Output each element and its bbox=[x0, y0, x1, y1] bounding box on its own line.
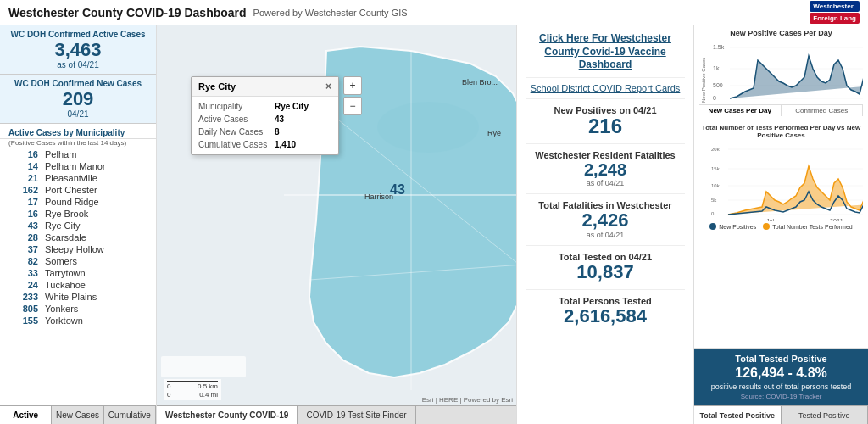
resident-fatalities-date: as of 04/21 bbox=[526, 179, 685, 187]
municipality-name: Pelham bbox=[45, 149, 76, 159]
list-item[interactable]: 28Scarsdale bbox=[0, 232, 156, 243]
tab-cumulative[interactable]: Cumulative bbox=[104, 406, 156, 424]
list-item[interactable]: 43Rye City bbox=[0, 220, 156, 232]
municipality-count: 33 bbox=[8, 268, 38, 278]
popup-key: Municipality bbox=[198, 102, 275, 111]
svg-text:0: 0 bbox=[713, 95, 716, 101]
municipality-list: Active Cases by Municipality (Positive C… bbox=[0, 124, 156, 405]
total-fatalities-stat: Total Fatalities in Westchester 2,426 as… bbox=[526, 198, 685, 242]
total-tested-tabs: Total Tested Positive Tested Positive bbox=[694, 405, 868, 424]
list-item[interactable]: 14Pelham Manor bbox=[0, 160, 156, 172]
map-attribution: Esri | HERE | Powered by Esri bbox=[422, 396, 513, 404]
total-tested-positive-value: 126,494 - 4.8% bbox=[703, 365, 860, 381]
chart1-tabs: New Cases Per Day Confirmed Cases bbox=[699, 104, 863, 116]
popup-key: Cumulative Cases bbox=[198, 140, 275, 149]
list-item[interactable]: 16Pelham bbox=[0, 148, 156, 160]
zoom-in-button[interactable]: + bbox=[343, 76, 362, 95]
school-report-link[interactable]: School District COVID Report Cards bbox=[526, 81, 685, 95]
total-fatalities-value: 2,426 bbox=[526, 210, 685, 231]
list-item[interactable]: 16Rye Brook bbox=[0, 208, 156, 220]
svg-text:20k: 20k bbox=[711, 147, 721, 152]
divider-5 bbox=[526, 245, 685, 246]
svg-text:0: 0 bbox=[711, 211, 715, 216]
municipality-name: White Plains bbox=[45, 292, 97, 302]
map-popup-row: Active Cases43 bbox=[192, 113, 338, 126]
tab-total-tested-positive[interactable]: Total Tested Positive bbox=[694, 406, 782, 424]
list-item[interactable]: 82Somers bbox=[0, 255, 156, 267]
svg-rect-10 bbox=[161, 356, 246, 377]
svg-text:2021: 2021 bbox=[830, 218, 843, 221]
municipality-name: Pelham Manor bbox=[45, 161, 106, 171]
tested-date-value: 10,837 bbox=[526, 262, 685, 282]
municipality-count: 14 bbox=[8, 161, 38, 171]
tested-date-stat: Total Tested on 04/21 10,837 bbox=[526, 249, 685, 285]
list-item[interactable]: 24Tuckahoe bbox=[0, 279, 156, 291]
map-tab-covid19[interactable]: Westchester County COVID-19 bbox=[157, 406, 298, 424]
popup-key: Active Cases bbox=[198, 114, 275, 124]
popup-key: Daily New Cases bbox=[198, 127, 275, 137]
municipality-name: Pleasantville bbox=[45, 173, 97, 183]
center-panel: Click Here For Westchester County Covid-… bbox=[516, 25, 694, 424]
municipality-count: 82 bbox=[8, 256, 38, 266]
list-item[interactable]: 162Port Chester bbox=[0, 184, 156, 196]
tab-tested-positive[interactable]: Tested Positive bbox=[782, 406, 869, 424]
resident-fatalities-stat: Westchester Resident Fatalities 2,248 as… bbox=[526, 148, 685, 190]
map-area[interactable]: Blen Bro... Rye Harrison + − Rye City × … bbox=[157, 25, 516, 424]
total-persons-value: 2,616,584 bbox=[526, 306, 685, 326]
map-active-cases-label: 43 bbox=[390, 182, 405, 198]
zoom-out-button[interactable]: − bbox=[343, 97, 362, 115]
chart1-y-label: New Positive Cases bbox=[701, 39, 706, 103]
app-title: Westchester County COVID-19 Dashboard bbox=[8, 6, 247, 20]
legend-total-tests: Total Number Tests Performed bbox=[763, 223, 852, 230]
municipality-items: 16Pelham14Pelham Manor21Pleasantville162… bbox=[0, 148, 156, 326]
legend-new-positives: New Positives bbox=[709, 223, 756, 230]
map-popup: Rye City × MunicipalityRye CityActive Ca… bbox=[191, 76, 339, 155]
popup-value: 1,410 bbox=[275, 140, 296, 149]
vaccine-dashboard-link[interactable]: Click Here For Westchester County Covid-… bbox=[526, 31, 685, 74]
municipality-name: Rye City bbox=[45, 220, 81, 231]
total-tested-box: Total Tested Positive 126,494 - 4.8% pos… bbox=[694, 349, 868, 405]
divider-3 bbox=[526, 143, 685, 144]
map-popup-close-button[interactable]: × bbox=[326, 81, 331, 92]
list-item[interactable]: 233White Plains bbox=[0, 291, 156, 303]
list-item[interactable]: 21Pleasantville bbox=[0, 172, 156, 184]
map-tab-test-finder[interactable]: COVID-19 Test Site Finder bbox=[298, 406, 415, 424]
map-popup-header: Rye City × bbox=[192, 77, 338, 97]
chart1-tab-new-cases[interactable]: New Cases Per Day bbox=[699, 105, 782, 116]
tab-new-cases[interactable]: New Cases bbox=[52, 406, 103, 424]
list-item[interactable]: 33Tarrytown bbox=[0, 267, 156, 279]
municipality-count: 805 bbox=[8, 304, 38, 314]
chart1-title: New Positive Cases Per Day bbox=[699, 29, 863, 37]
tab-active[interactable]: Active bbox=[0, 406, 52, 424]
list-item[interactable]: 37Sleepy Hollow bbox=[0, 243, 156, 255]
municipality-header: Active Cases by Municipality bbox=[0, 126, 156, 139]
legend-label-tests: Total Number Tests Performed bbox=[772, 224, 852, 230]
map-popup-row: Cumulative Cases1,410 bbox=[192, 138, 338, 151]
svg-text:1k: 1k bbox=[713, 65, 720, 71]
resident-fatalities-value: 2,248 bbox=[526, 160, 685, 179]
divider-2 bbox=[526, 98, 685, 99]
list-item[interactable]: 805Yonkers bbox=[0, 303, 156, 315]
map-popup-row: Daily New Cases8 bbox=[192, 126, 338, 138]
right-panel: New Positive Cases Per Day New Positive … bbox=[694, 25, 868, 424]
legend-dot-tests bbox=[763, 223, 770, 230]
logo-westchester: Westchester bbox=[810, 1, 860, 12]
app-header: Westchester County COVID-19 Dashboard Po… bbox=[0, 0, 868, 25]
chart1-container: New Positive Cases Per Day New Positive … bbox=[694, 25, 868, 120]
chart2-container: Total Number of Tests Performed Per Day … bbox=[694, 120, 868, 349]
municipality-subheader: (Positive Cases within the last 14 days) bbox=[0, 139, 156, 148]
svg-text:Harrison: Harrison bbox=[364, 192, 393, 201]
left-panel: WC DOH Confirmed Active Cases 3,463 as o… bbox=[0, 25, 157, 424]
map-bottom-tabs: Westchester County COVID-19 COVID-19 Tes… bbox=[157, 405, 516, 424]
chart1-tab-confirmed[interactable]: Confirmed Cases bbox=[782, 105, 864, 116]
list-item[interactable]: 155Yorktown bbox=[0, 315, 156, 326]
municipality-count: 37 bbox=[8, 244, 38, 254]
logo-lang: Foreign Lang bbox=[810, 13, 860, 24]
municipality-name: Pound Ridge bbox=[45, 197, 99, 207]
municipality-name: Tuckahoe bbox=[45, 280, 86, 290]
new-positives-stat: New Positives on 04/21 216 bbox=[526, 103, 685, 140]
total-tested-positive-desc: positive results out of total persons te… bbox=[703, 382, 860, 391]
list-item[interactable]: 17Pound Ridge bbox=[0, 196, 156, 208]
municipality-count: 28 bbox=[8, 232, 38, 243]
municipality-count: 16 bbox=[8, 149, 38, 159]
